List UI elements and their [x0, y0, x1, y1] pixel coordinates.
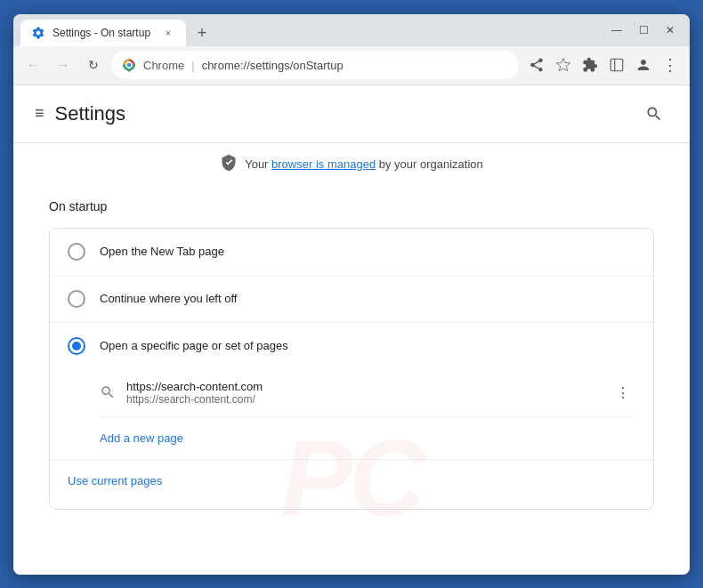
option-continue[interactable]: Continue where you left off — [50, 276, 653, 323]
current-pages-wrapper: Use current pages — [50, 460, 653, 509]
page-entry-more-button[interactable]: ⋮ — [610, 380, 635, 405]
menu-button[interactable]: ⋮ — [658, 52, 683, 77]
add-new-page-link[interactable]: Add a new page — [100, 421, 635, 455]
radio-continue[interactable] — [68, 290, 85, 308]
managed-text-after: by your organization — [376, 157, 483, 171]
specific-pages-section: https://search-content.com https://searc… — [50, 369, 653, 417]
url-text: chrome://settings/onStartup — [202, 59, 343, 72]
managed-text-before: Your — [245, 157, 271, 171]
bookmark-button[interactable] — [551, 52, 576, 77]
url-bar[interactable]: Chrome | chrome://settings/onStartup — [111, 51, 519, 79]
page-urls: https://search-content.com https://searc… — [126, 380, 600, 406]
profile-button[interactable] — [631, 52, 656, 77]
managed-notice: Your browser is managed by your organiza… — [13, 143, 690, 185]
option-specific[interactable]: Open a specific page or set of pages — [50, 323, 653, 369]
close-button[interactable]: ✕ — [658, 18, 683, 43]
settings-header: ≡ Settings — [13, 85, 690, 143]
tab-label: Settings - On startup — [53, 27, 150, 39]
page-content: ≡ Settings Your browser is managed by yo… — [13, 85, 690, 575]
page-url-main: https://search-content.com — [126, 380, 600, 393]
radio-inner-dot — [72, 342, 81, 350]
use-current-pages-link[interactable]: Use current pages — [68, 463, 635, 498]
page-search-icon — [100, 384, 116, 400]
extensions-button[interactable] — [578, 52, 602, 77]
hamburger-menu-icon[interactable]: ≡ — [35, 104, 44, 123]
option-continue-label: Continue where you left off — [100, 292, 237, 305]
address-bar: ← → ↻ Chrome | chrome://settings/onStart… — [13, 46, 690, 85]
settings-search-button[interactable] — [640, 100, 668, 128]
add-link-wrapper: Add a new page — [50, 417, 653, 460]
new-tab-button[interactable]: + — [190, 21, 214, 46]
svg-point-2 — [127, 63, 132, 68]
page-entry: https://search-content.com https://searc… — [100, 369, 635, 417]
settings-title: Settings — [55, 102, 629, 125]
sidebar-button[interactable] — [604, 52, 629, 77]
forward-button[interactable]: → — [51, 52, 76, 77]
settings-main-content: On startup Open the New Tab page Continu… — [13, 185, 690, 524]
active-tab[interactable]: Settings - On startup × — [20, 20, 186, 46]
share-button[interactable] — [524, 52, 549, 77]
chrome-label: Chrome — [143, 59, 184, 72]
managed-link[interactable]: browser is managed — [271, 157, 376, 171]
title-bar: Settings - On startup × + — ☐ ✕ — [13, 14, 690, 46]
page-url-sub: https://search-content.com/ — [126, 393, 600, 406]
toolbar-actions: ⋮ — [524, 52, 683, 77]
url-separator: | — [191, 59, 194, 72]
minimize-button[interactable]: — — [604, 18, 629, 43]
maximize-button[interactable]: ☐ — [631, 18, 656, 43]
radio-new-tab[interactable] — [68, 243, 85, 261]
reload-button[interactable]: ↻ — [81, 52, 106, 77]
option-specific-label: Open a specific page or set of pages — [100, 339, 288, 352]
managed-text: Your browser is managed by your organiza… — [245, 157, 483, 171]
radio-specific[interactable] — [68, 337, 85, 355]
option-new-tab-label: Open the New Tab page — [100, 245, 224, 258]
window-controls: — ☐ ✕ — [604, 18, 683, 43]
option-new-tab[interactable]: Open the New Tab page — [50, 229, 653, 276]
section-title: On startup — [49, 199, 654, 213]
options-card: Open the New Tab page Continue where you… — [49, 228, 654, 510]
site-icon — [122, 58, 136, 72]
back-button[interactable]: ← — [20, 52, 45, 77]
svg-rect-3 — [610, 59, 623, 71]
tab-bar: Settings - On startup × + — [20, 14, 594, 46]
browser-window: Settings - On startup × + — ☐ ✕ ← → ↻ — [13, 14, 690, 575]
managed-icon — [220, 154, 238, 174]
settings-tab-icon — [31, 26, 45, 40]
tab-close-btn[interactable]: × — [161, 26, 175, 40]
